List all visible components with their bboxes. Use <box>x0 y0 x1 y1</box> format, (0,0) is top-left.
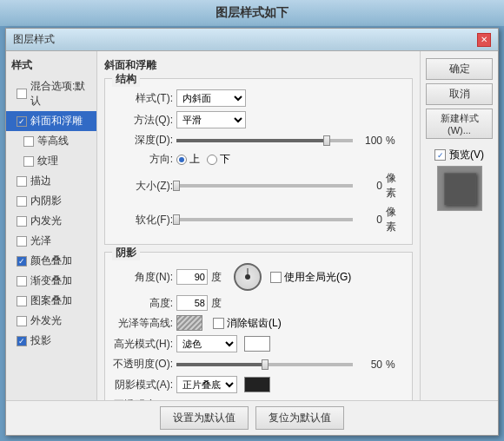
highlight-color-swatch[interactable] <box>244 336 270 352</box>
sidebar-title: 样式 <box>6 55 96 76</box>
satin-checkbox[interactable] <box>17 236 27 247</box>
inner-shadow-checkbox[interactable] <box>17 196 27 207</box>
direction-down-item[interactable]: 下 <box>207 152 230 167</box>
style-select[interactable]: 内斜面 <box>176 89 246 107</box>
preview-checkbox-row: ✓ 预览(V) <box>434 148 484 162</box>
global-light-checkbox[interactable] <box>270 272 282 283</box>
contour-checkbox[interactable] <box>23 136 34 147</box>
depth-slider[interactable] <box>176 139 353 142</box>
sidebar-item-outer-glow-label: 外发光 <box>30 313 62 328</box>
drop-shadow-checkbox[interactable]: ✓ <box>17 336 27 346</box>
sidebar-item-bevel[interactable]: ✓ 斜面和浮雕 <box>6 111 96 131</box>
inner-glow-checkbox[interactable] <box>17 216 27 227</box>
shadow-color-swatch[interactable] <box>244 377 270 392</box>
shadow-opacity-thumb[interactable] <box>317 400 324 401</box>
preview-area: ✓ 预览(V) <box>426 148 493 211</box>
angle-row: 角度(N): 度 使用全局光(G) <box>112 263 405 291</box>
right-buttons-panel: 确定 取消 新建样式(W)... ✓ 预览(V) <box>420 51 498 400</box>
size-slider[interactable] <box>176 184 353 188</box>
angle-unit: 度 <box>211 270 230 285</box>
highlight-opacity-label: 不透明度(O): <box>112 357 173 372</box>
highlight-mode-row: 高光模式(H): 滤色 <box>112 335 405 352</box>
bottom-bar: 设置为默认值 复位为默认值 <box>6 400 498 435</box>
page-title: 图层样式如下 <box>0 0 504 26</box>
dialog-body: 样式 混合选项:默认 ✓ 斜面和浮雕 等高线 纹理 描边 <box>6 51 498 400</box>
depth-label: 深度(D): <box>112 133 173 148</box>
method-row: 方法(Q): 平滑 <box>112 111 405 128</box>
highlight-opacity-unit: % <box>386 359 405 371</box>
gradient-overlay-checkbox[interactable] <box>17 276 27 286</box>
direction-down-radio[interactable] <box>207 155 217 165</box>
highlight-opacity-slider[interactable] <box>176 363 353 366</box>
sidebar-item-inner-glow-label: 内发光 <box>30 214 62 228</box>
highlight-select[interactable]: 滤色 <box>176 335 237 352</box>
angle-compass[interactable] <box>234 263 262 291</box>
texture-checkbox[interactable] <box>23 156 34 167</box>
global-light-label: 使用全局光(G) <box>284 270 351 285</box>
direction-up-item[interactable]: 上 <box>176 152 200 167</box>
bevel-checkbox[interactable]: ✓ <box>17 116 27 127</box>
depth-slider-thumb[interactable] <box>323 135 330 146</box>
shadow-opacity-label: 不透明度(C): <box>112 398 173 400</box>
anti-alias-checkbox[interactable] <box>213 318 224 329</box>
structure-title: 结构 <box>112 72 140 87</box>
outer-glow-checkbox[interactable] <box>17 316 27 326</box>
sidebar-item-satin[interactable]: 光泽 <box>6 231 96 251</box>
angle-input[interactable] <box>176 269 208 285</box>
page-title-text: 图层样式如下 <box>216 5 288 19</box>
soften-unit: 像素 <box>386 205 405 234</box>
set-default-button[interactable]: 设置为默认值 <box>160 406 249 430</box>
altitude-input[interactable] <box>176 295 208 311</box>
blend-checkbox[interactable] <box>17 89 27 99</box>
reset-default-button[interactable]: 复位为默认值 <box>255 406 344 430</box>
highlight-opacity-thumb[interactable] <box>262 359 269 370</box>
soften-slider[interactable] <box>176 218 353 221</box>
contour-preview[interactable] <box>176 315 202 331</box>
sidebar-item-bevel-label: 斜面和浮雕 <box>30 114 83 128</box>
close-button[interactable]: ✕ <box>477 33 491 47</box>
style-label: 样式(T): <box>112 91 173 106</box>
main-panel: 斜面和浮雕 结构 样式(T): 内斜面 方法(Q): 平滑 <box>97 51 420 400</box>
sidebar-item-gradient-overlay[interactable]: 渐变叠加 <box>6 271 96 291</box>
sidebar-item-contour-label: 等高线 <box>37 134 69 148</box>
sidebar-item-drop-shadow[interactable]: ✓ 投影 <box>6 331 96 351</box>
angle-label: 角度(N): <box>112 270 173 285</box>
method-select[interactable]: 平滑 <box>176 111 246 128</box>
stroke-checkbox[interactable] <box>17 176 27 187</box>
direction-up-radio[interactable] <box>176 155 187 165</box>
anti-alias-item[interactable]: 消除锯齿(L) <box>213 316 282 331</box>
shadow-section: 阴影 角度(N): 度 使用全局光(G) <box>104 252 413 400</box>
contour-label: 光泽等高线: <box>112 316 173 331</box>
sidebar-item-pattern-overlay[interactable]: 图案叠加 <box>6 291 96 311</box>
color-overlay-checkbox[interactable]: ✓ <box>17 256 27 267</box>
sidebar-item-stroke[interactable]: 描边 <box>6 171 96 191</box>
sidebar-item-inner-shadow[interactable]: 内阴影 <box>6 191 96 211</box>
sidebar-item-outer-glow[interactable]: 外发光 <box>6 311 96 331</box>
direction-radio-group: 上 下 <box>176 152 230 167</box>
size-slider-thumb[interactable] <box>173 181 180 191</box>
soften-slider-thumb[interactable] <box>173 214 180 225</box>
pattern-overlay-checkbox[interactable] <box>17 296 27 306</box>
sidebar-item-texture[interactable]: 纹理 <box>6 151 96 171</box>
depth-slider-container: 100 % <box>176 135 405 147</box>
shadow-title: 阴影 <box>112 246 140 260</box>
direction-row: 方向: 上 下 <box>112 152 405 167</box>
sidebar-item-drop-shadow-label: 投影 <box>30 333 51 348</box>
global-light-item[interactable]: 使用全局光(G) <box>270 270 351 285</box>
structure-section: 结构 样式(T): 内斜面 方法(Q): 平滑 深度( <box>104 78 413 245</box>
shadow-mode-select[interactable]: 正片叠底 <box>176 376 237 393</box>
sidebar-item-blend[interactable]: 混合选项:默认 <box>6 76 96 111</box>
ok-button[interactable]: 确定 <box>426 58 493 80</box>
sidebar-item-blend-label: 混合选项:默认 <box>30 79 90 109</box>
direction-up-label: 上 <box>189 152 200 167</box>
layer-style-dialog: 图层样式 ✕ 样式 混合选项:默认 ✓ 斜面和浮雕 等高线 纹理 <box>5 28 499 436</box>
sidebar-item-contour[interactable]: 等高线 <box>6 131 96 151</box>
soften-row: 软化(F): 0 像素 <box>112 205 405 234</box>
shadow-opacity-row: 不透明度(C): 82 % <box>112 398 405 400</box>
sidebar-item-color-overlay[interactable]: ✓ 颜色叠加 <box>6 251 96 271</box>
new-style-button[interactable]: 新建样式(W)... <box>426 109 493 139</box>
sidebar-item-inner-glow[interactable]: 内发光 <box>6 211 96 231</box>
compass-line <box>248 268 249 277</box>
preview-checkbox[interactable]: ✓ <box>434 149 446 161</box>
cancel-button[interactable]: 取消 <box>426 83 493 105</box>
